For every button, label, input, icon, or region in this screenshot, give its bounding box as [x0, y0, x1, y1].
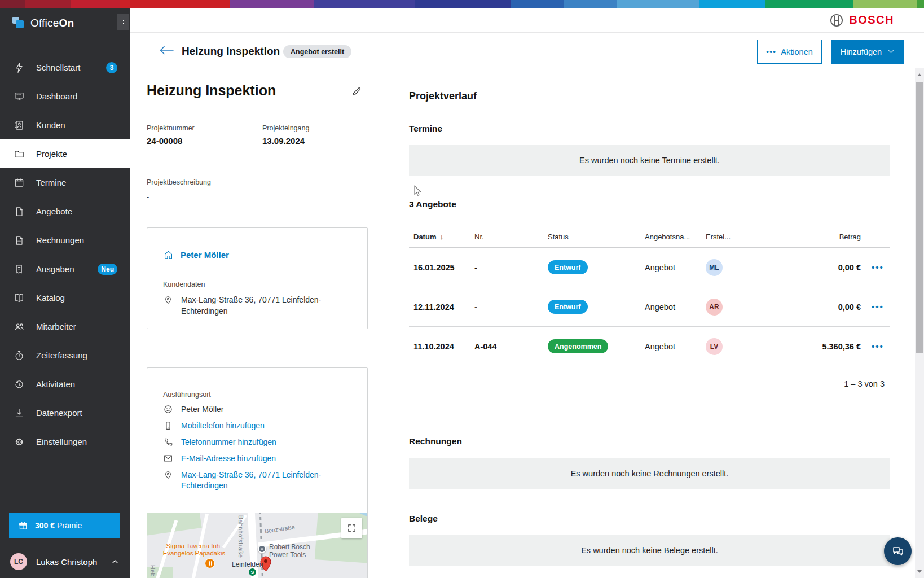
back-button[interactable]: [159, 44, 174, 56]
sidebar-item-termine[interactable]: Termine: [0, 168, 130, 197]
map-fullscreen-button[interactable]: [341, 518, 362, 538]
status-badge: Entwurf: [548, 300, 588, 314]
table-row[interactable]: 11.10.2024 A-044 Angenommen Angebot LV 5…: [409, 327, 890, 366]
chevron-left-icon: [120, 19, 126, 25]
actions-button[interactable]: ••• Aktionen: [757, 40, 822, 64]
premium-button[interactable]: 300 € Prämie: [9, 513, 120, 538]
restaurant-marker-icon: [205, 558, 215, 568]
column-ersteller[interactable]: Erstel...: [706, 233, 767, 241]
ellipsis-icon: •••: [766, 47, 776, 56]
timeline-title: Projektverlauf: [409, 90, 477, 102]
column-status[interactable]: Status: [548, 233, 645, 241]
location-card: Ausführungsort Peter Möller Mobiltelefon…: [147, 367, 368, 578]
belege-heading: Belege: [409, 514, 438, 524]
folder-icon: [14, 148, 25, 160]
row-menu-button[interactable]: •••: [861, 302, 895, 312]
sidebar-item-aktivitaeten[interactable]: Aktivitäten: [0, 370, 130, 399]
sidebar-item-datenexport[interactable]: Datenexport: [0, 399, 130, 427]
creator-avatar: LV: [706, 338, 723, 355]
edit-pencil-icon[interactable]: [351, 86, 362, 97]
creator-avatar: AR: [706, 299, 723, 316]
sidebar-item-katalog[interactable]: Katalog: [0, 283, 130, 312]
divider: [163, 270, 351, 270]
sidebar-item-dashboard[interactable]: Dashboard: [0, 82, 130, 111]
project-date: 13.09.2024: [262, 136, 305, 146]
column-datum[interactable]: Datum↓: [413, 233, 474, 241]
invoice-icon: [14, 235, 25, 246]
add-email-link[interactable]: E-Mail-Adresse hinzufügen: [163, 453, 351, 464]
project-description-label: Projektbeschreibung: [147, 178, 211, 186]
officeon-logo[interactable]: OfficeOn: [12, 17, 74, 29]
people-icon: [14, 321, 25, 332]
customer-address: Max-Lang-Straße 36, 70771 Leinfelden-Ech…: [163, 294, 351, 317]
project-number: 24-00008: [147, 136, 182, 146]
column-betrag[interactable]: Betrag: [767, 233, 861, 241]
officeon-logo-icon: [12, 17, 25, 29]
sidebar-item-einstellungen[interactable]: Einstellungen: [0, 427, 130, 456]
add-button[interactable]: Hinzufügen: [831, 40, 904, 64]
table-header: Datum↓ Nr. Status Angebotsna... Erstel..…: [409, 226, 890, 248]
page-title: Heizung Inspektion: [182, 45, 280, 58]
bosch-poi-marker-icon: [258, 545, 266, 553]
map-poi-bosch-label: Robert Bosch Power Tools: [269, 543, 323, 559]
book-open-icon: [14, 292, 25, 304]
house-icon: [163, 249, 174, 260]
neu-badge: Neu: [98, 264, 117, 275]
phone-icon: [163, 437, 173, 447]
scroll-up-arrow[interactable]: [915, 70, 924, 79]
sidebar-item-schnellstart[interactable]: Schnellstart 3: [0, 53, 130, 82]
sidebar-item-mitarbeiter[interactable]: Mitarbeiter: [0, 312, 130, 341]
scrollbar-thumb[interactable]: [916, 82, 923, 353]
chat-fab-button[interactable]: [884, 537, 912, 565]
column-angebotsname[interactable]: Angebotsna...: [645, 233, 706, 241]
user-name: Lukas Christoph: [36, 557, 97, 567]
map-town-label: Leinfelden: [232, 561, 263, 568]
map-poi-restaurant-label: Sigma Taverna Inh. Evangelos Papadakis: [161, 542, 227, 557]
history-icon: [14, 379, 25, 390]
status-badge: Angenommen: [548, 339, 608, 353]
sidebar: OfficeOn Schnellstart 3 Dashboard Kunden: [0, 8, 130, 578]
termine-heading: Termine: [409, 124, 442, 134]
location-pin-icon: [163, 295, 173, 305]
sidebar-item-kunden[interactable]: Kunden: [0, 111, 130, 139]
column-nr[interactable]: Nr.: [474, 233, 548, 241]
sidebar-item-projekte[interactable]: Projekte: [0, 139, 130, 168]
sidebar-item-rechnungen[interactable]: Rechnungen: [0, 226, 130, 255]
bosch-logo: BOSCH: [829, 13, 894, 28]
project-description: -: [147, 193, 149, 201]
download-icon: [14, 408, 25, 419]
receipt-icon: [14, 264, 25, 275]
location-pin-icon: [163, 470, 173, 480]
mouse-cursor: [413, 185, 423, 198]
scrollbar[interactable]: [915, 68, 924, 578]
row-menu-button[interactable]: •••: [861, 262, 895, 272]
add-phone-link[interactable]: Telefonnummer hinzufügen: [163, 437, 351, 448]
scroll-down-arrow[interactable]: [915, 567, 924, 576]
map-street-label: Bahnhofstraße: [237, 515, 244, 558]
customer-data-label: Kundendaten: [163, 281, 351, 288]
location-contact-name: Peter Möller: [163, 404, 351, 415]
table-row[interactable]: 16.01.2025 - Entwurf Angebot ML 0,00 € •…: [409, 248, 890, 287]
chat-bubbles-icon: [891, 545, 905, 558]
envelope-icon: [163, 453, 173, 463]
termine-empty-state: Es wurden noch keine Termine erstellt.: [409, 144, 890, 176]
add-mobile-link[interactable]: Mobiltelefon hinzufügen: [163, 421, 351, 431]
sidebar-item-angebote[interactable]: Angebote: [0, 197, 130, 226]
user-menu[interactable]: LC Lukas Christoph: [0, 549, 130, 575]
customer-link[interactable]: Peter Möller: [163, 249, 351, 260]
mobile-phone-icon: [163, 421, 173, 431]
project-title: Heizung Inspektion: [147, 82, 276, 99]
table-row[interactable]: 12.11.2024 - Entwurf Angebot AR 0,00 € •…: [409, 287, 890, 327]
status-badge: Entwurf: [548, 260, 588, 274]
project-date-label: Projekteingang: [262, 124, 309, 132]
avatar: LC: [10, 553, 27, 570]
bosch-wordmark: BOSCH: [849, 14, 894, 27]
sidebar-collapse-button[interactable]: [117, 14, 129, 30]
creator-avatar: ML: [706, 259, 723, 276]
sidebar-item-ausgaben[interactable]: Ausgaben Neu: [0, 255, 130, 283]
gift-icon: [18, 520, 28, 531]
map[interactable]: Bahnhofstraße Benzstraße Heb Sigma Taver…: [147, 513, 367, 578]
row-menu-button[interactable]: •••: [861, 341, 895, 351]
sidebar-item-zeiterfassung[interactable]: Zeiterfassung: [0, 341, 130, 370]
location-address-link[interactable]: Max-Lang-Straße 36, 70771 Leinfelden-Ech…: [163, 470, 351, 491]
